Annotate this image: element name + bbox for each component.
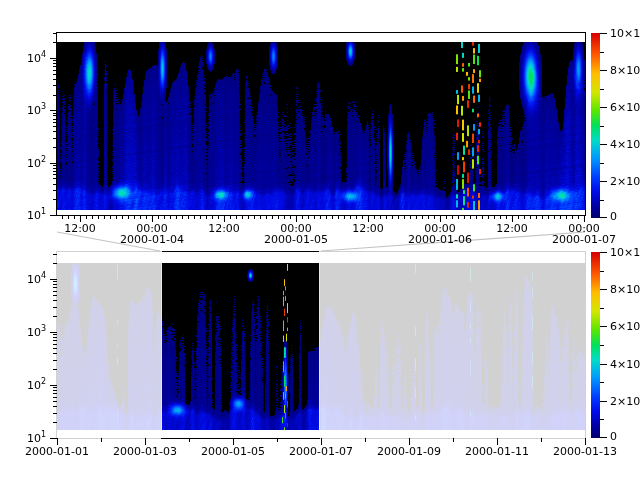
y-minor-tick bbox=[53, 113, 57, 114]
x-minor-tick bbox=[134, 215, 135, 219]
x-tick-label: 2000-01-13 bbox=[553, 445, 617, 458]
selection-right-edge[interactable] bbox=[319, 249, 320, 430]
y-major-tick bbox=[50, 332, 57, 333]
y-minor-tick bbox=[53, 353, 57, 354]
x-tick-date-label: 2000-01-05 bbox=[264, 233, 328, 246]
y-minor-tick bbox=[53, 171, 57, 172]
x-minor-tick bbox=[392, 215, 393, 219]
x-minor-tick bbox=[230, 215, 231, 219]
x-major-tick bbox=[57, 438, 58, 445]
y-minor-tick bbox=[53, 174, 57, 175]
x-minor-tick bbox=[260, 215, 261, 219]
x-minor-tick bbox=[506, 215, 507, 219]
x-major-tick bbox=[224, 215, 225, 222]
selection-left-edge[interactable] bbox=[161, 249, 162, 430]
zoom-spectrogram-plot[interactable] bbox=[57, 42, 585, 210]
x-minor-tick bbox=[320, 215, 321, 219]
x-minor-tick bbox=[277, 438, 278, 442]
figure: 10110210310412:0000:002000-01-0412:0000:… bbox=[0, 0, 640, 480]
colorbar-major-tick bbox=[600, 181, 607, 182]
y-minor-tick bbox=[53, 131, 57, 132]
x-minor-tick bbox=[101, 438, 102, 442]
y-minor-tick bbox=[53, 168, 57, 169]
y-minor-tick bbox=[53, 165, 57, 166]
x-minor-tick bbox=[500, 215, 501, 219]
x-minor-tick bbox=[272, 215, 273, 219]
x-minor-tick bbox=[350, 215, 351, 219]
y-minor-tick bbox=[53, 263, 57, 264]
x-minor-tick bbox=[200, 215, 201, 219]
x-minor-tick bbox=[74, 215, 75, 219]
x-minor-tick bbox=[365, 438, 366, 442]
y-minor-tick bbox=[53, 126, 57, 127]
y-minor-tick bbox=[53, 334, 57, 335]
x-minor-tick bbox=[116, 215, 117, 219]
y-tick-label: 104 bbox=[12, 51, 46, 65]
x-minor-tick bbox=[344, 215, 345, 219]
colorbar-major-tick bbox=[600, 70, 607, 71]
colorbar-major-tick bbox=[600, 144, 607, 145]
colorbar-tick-label: 8×107 bbox=[610, 282, 640, 296]
colorbar-minor-tick bbox=[600, 52, 604, 53]
y-minor-tick bbox=[53, 119, 57, 120]
x-minor-tick bbox=[410, 215, 411, 219]
y-minor-tick bbox=[53, 406, 57, 407]
zoom-panel-frame bbox=[56, 32, 586, 216]
x-minor-tick bbox=[494, 215, 495, 219]
y-minor-tick bbox=[53, 33, 57, 34]
y-minor-tick bbox=[53, 178, 57, 179]
y-minor-tick bbox=[53, 300, 57, 301]
y-tick-label: 103 bbox=[12, 103, 46, 117]
y-minor-tick bbox=[53, 115, 57, 116]
x-minor-tick bbox=[566, 215, 567, 219]
x-minor-tick bbox=[140, 215, 141, 219]
y-tick-label: 102 bbox=[12, 378, 46, 392]
y-minor-tick bbox=[53, 337, 57, 338]
y-minor-tick bbox=[53, 348, 57, 349]
x-tick-date-label: 2000-01-04 bbox=[120, 233, 184, 246]
x-major-tick bbox=[233, 438, 234, 445]
x-minor-tick bbox=[254, 215, 255, 219]
y-minor-tick bbox=[53, 401, 57, 402]
y-minor-tick bbox=[53, 138, 57, 139]
x-minor-tick bbox=[446, 215, 447, 219]
y-minor-tick bbox=[53, 281, 57, 282]
x-major-tick bbox=[152, 215, 153, 222]
x-minor-tick bbox=[218, 215, 219, 219]
x-minor-tick bbox=[122, 215, 123, 219]
colorbar-major-tick bbox=[600, 437, 607, 438]
x-major-tick bbox=[584, 215, 585, 222]
x-minor-tick bbox=[284, 215, 285, 219]
colorbar-top bbox=[591, 33, 600, 218]
y-minor-tick bbox=[53, 422, 57, 423]
x-minor-tick bbox=[422, 215, 423, 219]
x-minor-tick bbox=[434, 215, 435, 219]
y-minor-tick bbox=[53, 287, 57, 288]
x-minor-tick bbox=[278, 215, 279, 219]
x-minor-tick bbox=[302, 215, 303, 219]
context-dimmed-region-right bbox=[320, 251, 586, 439]
y-minor-tick bbox=[53, 387, 57, 388]
y-minor-tick bbox=[53, 74, 57, 75]
x-tick-label: 12:00 bbox=[64, 222, 96, 235]
x-major-tick bbox=[80, 215, 81, 222]
colorbar-tick-label: 2×107 bbox=[610, 394, 640, 408]
x-tick-label: 2000-01-09 bbox=[377, 445, 441, 458]
x-tick-label: 2000-01-11 bbox=[465, 445, 529, 458]
colorbar-tick-label: 2×107 bbox=[610, 174, 640, 188]
x-minor-tick bbox=[416, 215, 417, 219]
colorbar-minor-tick bbox=[600, 345, 604, 346]
y-minor-tick bbox=[53, 184, 57, 185]
x-minor-tick bbox=[530, 215, 531, 219]
y-minor-tick bbox=[53, 397, 57, 398]
y-minor-tick bbox=[53, 413, 57, 414]
x-minor-tick bbox=[404, 215, 405, 219]
x-minor-tick bbox=[194, 215, 195, 219]
colorbar-tick-label: 4×107 bbox=[610, 137, 640, 151]
y-minor-tick bbox=[53, 66, 57, 67]
x-minor-tick bbox=[206, 215, 207, 219]
x-minor-tick bbox=[146, 215, 147, 219]
colorbar-major-tick bbox=[600, 252, 607, 253]
x-minor-tick bbox=[266, 215, 267, 219]
colorbar-minor-tick bbox=[600, 382, 604, 383]
